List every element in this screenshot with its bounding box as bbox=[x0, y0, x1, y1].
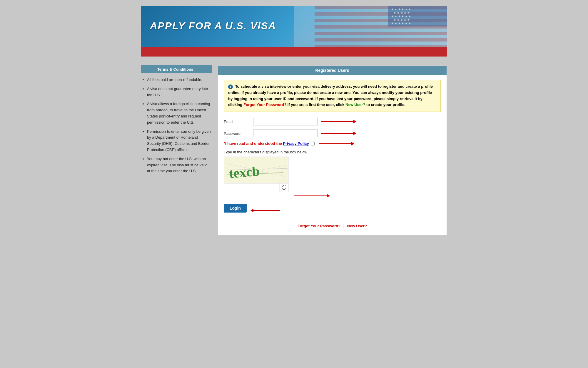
svg-text:texcb: texcb bbox=[228, 163, 260, 181]
arrowhead-left bbox=[250, 209, 253, 212]
svg-text:★ ★ ★ ★ ★ ★: ★ ★ ★ ★ ★ ★ bbox=[391, 15, 411, 18]
main-content: Terms & Conditions : All fees paid are n… bbox=[141, 62, 447, 238]
privacy-checkbox[interactable] bbox=[311, 142, 315, 145]
list-item: A visa does not guarantee entry into the… bbox=[147, 86, 212, 98]
privacy-arrow bbox=[319, 143, 354, 144]
login-body: i To schedule a visa interview or enter … bbox=[218, 75, 447, 235]
svg-rect-6 bbox=[315, 38, 447, 42]
list-item: A visa allows a foreign citizen coming f… bbox=[147, 101, 212, 125]
forgot-password-link-inline[interactable]: Forgot Your Password? bbox=[243, 102, 286, 107]
login-btn-row: Login bbox=[224, 204, 441, 217]
privacy-prefix: *I have read and understood the Privacy … bbox=[224, 141, 309, 146]
email-label: Email bbox=[224, 120, 253, 124]
captcha-image: texcb bbox=[224, 157, 288, 183]
red-bar bbox=[141, 47, 447, 57]
captcha-label: Type in the characters displayed in the … bbox=[224, 150, 441, 154]
arrow-line bbox=[319, 143, 354, 144]
password-label: Password bbox=[224, 131, 253, 136]
list-item: Permission to enter can only be given by… bbox=[147, 129, 212, 153]
svg-text:★ ★ ★ ★ ★ ★: ★ ★ ★ ★ ★ ★ bbox=[391, 22, 411, 25]
captcha-input[interactable] bbox=[224, 183, 280, 192]
flag-decoration: ★ ★ ★ ★ ★ ★ ★ ★ ★ ★ ★ ★ ★ ★ ★ ★ ★ ★ ★ ★ … bbox=[315, 6, 447, 47]
email-row: Email bbox=[224, 118, 441, 125]
login-panel: Registered Users i To schedule a visa in… bbox=[218, 65, 447, 236]
login-panel-heading: Registered Users bbox=[218, 66, 447, 75]
svg-rect-7 bbox=[315, 45, 447, 47]
list-item: You may not enter the U.S. with an expir… bbox=[147, 156, 212, 174]
page-title: APPLY FOR A U.S. VISA bbox=[150, 20, 276, 33]
info-text-3: to create your profile. bbox=[366, 102, 405, 107]
captcha-refresh-button[interactable] bbox=[280, 183, 288, 192]
captcha-arrow bbox=[294, 195, 330, 196]
terms-panel: Terms & Conditions : All fees paid are n… bbox=[141, 65, 218, 236]
password-arrow bbox=[321, 133, 356, 134]
arrow-line bbox=[321, 133, 356, 134]
arrow-line bbox=[294, 195, 330, 196]
login-arrow bbox=[251, 210, 280, 211]
svg-text:★ ★ ★ ★ ★: ★ ★ ★ ★ ★ bbox=[393, 18, 410, 21]
list-item: All fees paid are non-refundable. bbox=[147, 77, 212, 83]
refresh-icon bbox=[281, 185, 287, 190]
email-arrow bbox=[321, 121, 356, 122]
password-input[interactable] bbox=[253, 130, 318, 137]
captcha-container: texcb bbox=[224, 157, 288, 192]
privacy-policy-link[interactable]: Privacy Policy bbox=[283, 141, 309, 146]
svg-rect-5 bbox=[315, 32, 447, 35]
bottom-links: Forgot Your Password? | New User? bbox=[224, 221, 441, 231]
arrowhead bbox=[327, 194, 330, 198]
bottom-forgot-password-link[interactable]: Forgot Your Password? bbox=[298, 224, 340, 228]
terms-heading: Terms & Conditions : bbox=[141, 65, 212, 73]
login-button[interactable]: Login bbox=[224, 204, 247, 213]
new-user-link-inline[interactable]: New User? bbox=[345, 102, 365, 107]
captcha-input-row bbox=[224, 183, 288, 192]
header-banner: ★ ★ ★ ★ ★ ★ ★ ★ ★ ★ ★ ★ ★ ★ ★ ★ ★ ★ ★ ★ … bbox=[141, 6, 447, 47]
separator: | bbox=[343, 224, 344, 228]
captcha-svg: texcb bbox=[224, 157, 288, 183]
privacy-row: *I have read and understood the Privacy … bbox=[224, 141, 441, 146]
svg-text:★ ★ ★ ★ ★ ★: ★ ★ ★ ★ ★ ★ bbox=[391, 8, 411, 11]
info-icon: i bbox=[228, 84, 233, 89]
terms-list: All fees paid are non-refundable. A visa… bbox=[141, 77, 212, 174]
svg-text:★ ★ ★ ★ ★: ★ ★ ★ ★ ★ bbox=[393, 11, 410, 14]
password-row: Password bbox=[224, 130, 441, 137]
bottom-new-user-link[interactable]: New User? bbox=[347, 224, 367, 228]
info-box: i To schedule a visa interview or enter … bbox=[224, 80, 441, 112]
svg-marker-20 bbox=[285, 185, 286, 186]
page-wrapper: ★ ★ ★ ★ ★ ★ ★ ★ ★ ★ ★ ★ ★ ★ ★ ★ ★ ★ ★ ★ … bbox=[141, 6, 447, 362]
arrow-line bbox=[321, 121, 356, 122]
email-input[interactable] bbox=[253, 118, 318, 125]
arrow-line bbox=[251, 210, 280, 211]
info-text-2: If you are a first time user, click bbox=[288, 102, 345, 107]
privacy-prefix-text: *I have read and understood the bbox=[224, 141, 282, 146]
